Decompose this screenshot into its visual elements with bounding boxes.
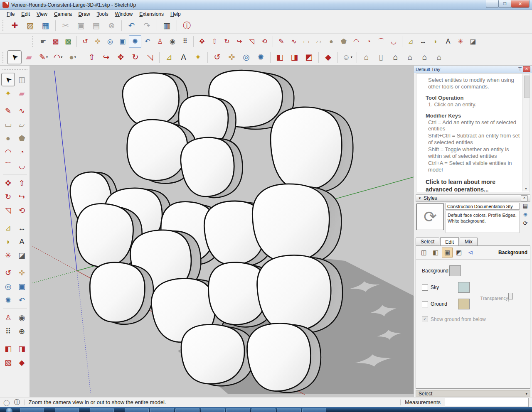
tray-close-button[interactable]: ✕	[523, 66, 530, 72]
styles-panel-header[interactable]: ▼ Styles ✕	[416, 194, 530, 202]
taskbar-item[interactable]	[175, 408, 200, 412]
update-style-icon[interactable]: ⟳	[523, 220, 528, 226]
rotated-rectangle-button[interactable]: ▱	[15, 118, 29, 131]
previous-view-button[interactable]: ↶	[141, 35, 154, 48]
open-button[interactable]: ▨	[22, 19, 38, 33]
home-solid-button[interactable]: ⌂	[388, 50, 403, 64]
dimension-button[interactable]: ↔	[15, 221, 29, 235]
push-pull-button[interactable]: ⇧	[15, 176, 29, 190]
pin-icon[interactable]: ⊤	[517, 66, 523, 72]
line-button[interactable]: ✎	[275, 35, 288, 48]
push-pull-button[interactable]: ⇧	[208, 35, 221, 48]
veneer-round-stone[interactable]	[179, 135, 244, 200]
toolbar-drag-handle[interactable]	[2, 69, 27, 71]
menu-camera[interactable]: Camera	[51, 11, 75, 17]
zoom-extents-button[interactable]: ✺	[129, 35, 141, 48]
edge-settings-icon[interactable]: ◫	[419, 248, 429, 258]
menu-help[interactable]: Help	[167, 11, 184, 17]
minimize-button[interactable]: —	[486, 0, 499, 8]
text-button[interactable]: A	[442, 35, 454, 48]
freehand-button[interactable]: ∿	[288, 35, 300, 48]
taskbar-item[interactable]	[201, 408, 225, 412]
paint-bucket-button[interactable]: ✦	[191, 50, 205, 64]
select-panel-collapsed-bar[interactable]: Select ▾	[416, 390, 530, 397]
sky-color-swatch[interactable]	[458, 282, 470, 293]
get-models-button[interactable]: ◨	[287, 50, 302, 64]
two-point-arc-button[interactable]: ⌒	[375, 35, 387, 48]
arc-button[interactable]: ◠	[350, 35, 362, 48]
new-button[interactable]: ✚	[7, 19, 22, 33]
look-around-button[interactable]: ◉	[166, 35, 179, 48]
windows-taskbar[interactable]	[0, 407, 532, 412]
pan-button[interactable]: ✜	[91, 35, 104, 48]
taskbar-item[interactable]	[20, 408, 44, 412]
dropdown-arrow-icon[interactable]: ▾	[46, 55, 48, 59]
orbit-button[interactable]: ↺	[1, 266, 15, 280]
tray-titlebar[interactable]: Default Tray ⊤ ✕	[414, 66, 532, 73]
shapes-button[interactable]: ●▾	[65, 50, 80, 64]
menu-tools[interactable]: Tools	[94, 11, 112, 17]
menu-file[interactable]: File	[3, 11, 18, 17]
dimension-button[interactable]: ↔	[417, 35, 429, 48]
veneer-round-stone[interactable]	[180, 324, 255, 387]
rotated-rectangle-button[interactable]: ▱	[313, 35, 325, 48]
circle-button[interactable]: ●	[1, 131, 15, 145]
follow-me-button[interactable]: ↪	[15, 190, 29, 204]
offset-button[interactable]: ⟲	[258, 35, 271, 48]
cut-button[interactable]: ✂	[58, 19, 73, 33]
zoom-button[interactable]: ◎	[1, 280, 15, 293]
save-button[interactable]: ▦	[38, 19, 53, 33]
walk-button[interactable]: ⠿	[179, 35, 191, 48]
scale-button[interactable]: ◹	[1, 204, 15, 217]
extension-warehouse-button[interactable]: ◆	[15, 356, 29, 369]
ground-checkbox[interactable]	[422, 301, 428, 307]
rectangle-button[interactable]: ▭	[1, 118, 15, 131]
instructor-learn-more-link[interactable]: Click to learn about more advanced opera…	[426, 179, 520, 192]
slider-thumb[interactable]	[508, 293, 513, 299]
move-button[interactable]: ✥	[196, 35, 208, 48]
scrollbar-thumb[interactable]	[524, 76, 530, 98]
model-viewport[interactable]	[30, 66, 414, 397]
taskbar-item[interactable]	[125, 408, 149, 412]
building-button[interactable]: ▯	[374, 50, 388, 64]
zoom-extents-button[interactable]: ✺	[1, 293, 15, 307]
rectangle-button[interactable]: ▭	[300, 35, 313, 48]
sky-checkbox[interactable]	[422, 284, 428, 291]
orbit-button[interactable]: ↺	[210, 50, 224, 64]
undo-button[interactable]: ↶	[124, 19, 139, 33]
section-plane-button[interactable]: ◪	[467, 35, 479, 48]
three-point-arc-button[interactable]: ◡	[15, 159, 29, 172]
move-button[interactable]: ✥	[113, 50, 128, 64]
taskbar-item[interactable]	[90, 408, 114, 412]
section-plane-button[interactable]: ◪	[15, 248, 29, 262]
start-orb-icon[interactable]	[6, 408, 12, 412]
paste-button[interactable]: ▤	[89, 19, 104, 33]
taskbar-item[interactable]	[150, 408, 174, 412]
extension-warehouse-button[interactable]: ◆	[321, 50, 335, 64]
select-button[interactable]: ➤	[1, 73, 15, 86]
text-button[interactable]: A	[176, 50, 191, 64]
scale-button[interactable]: ◹	[143, 50, 157, 64]
style-description-box[interactable]: Default face colors. Profile Edges. Whit…	[446, 211, 520, 233]
toolbar-drag-handle[interactable]	[2, 20, 5, 31]
pan-button[interactable]: ✜	[224, 50, 239, 64]
secondary-pane-icon[interactable]: ▤	[523, 203, 528, 209]
style-name-input[interactable]	[446, 203, 520, 210]
circle-button[interactable]: ●	[325, 35, 337, 48]
three-point-arc-button[interactable]: ◡	[387, 35, 400, 48]
taskbar-item[interactable]	[55, 408, 79, 412]
axes-button[interactable]: ✳	[1, 248, 15, 262]
zoom-button[interactable]: ◎	[104, 35, 116, 48]
sketchy-component-1-button[interactable]: ▩	[49, 35, 62, 48]
tape-measure-button[interactable]: ⊿	[1, 221, 15, 235]
sign-in-button[interactable]: ☺▾	[340, 50, 355, 64]
tab-edit[interactable]: Edit	[440, 237, 459, 246]
make-component-button[interactable]: ◫	[15, 73, 29, 86]
position-camera-button[interactable]: ♙	[1, 311, 15, 324]
polygon-button[interactable]: ⬟	[337, 35, 350, 48]
menu-edit[interactable]: Edit	[18, 11, 33, 17]
line-button[interactable]: ✎▾	[36, 50, 51, 64]
3d-warehouse-button[interactable]: ◧	[273, 50, 287, 64]
face-settings-icon[interactable]: ◧	[430, 248, 441, 258]
protractor-button[interactable]: ◗	[429, 35, 442, 48]
